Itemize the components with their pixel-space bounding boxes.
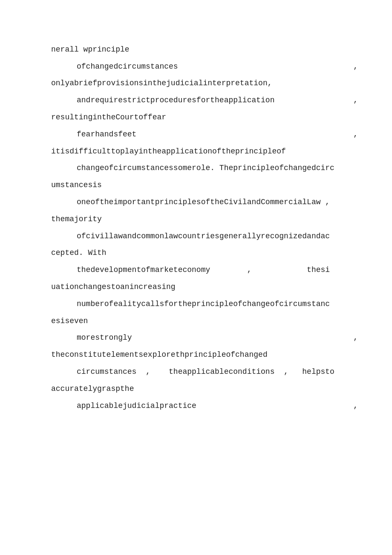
text-line: itisdifficulttoplayintheapplicationofthe…	[51, 144, 358, 160]
line-text-right: ,	[353, 92, 358, 109]
text-line: umstancesis	[51, 177, 358, 194]
line-text-left: morestrongly	[77, 330, 345, 346]
document-content: nerall wprincipleofchangedcircumstances,…	[51, 26, 358, 414]
text-line: numberofealitycallsfortheprincipleofchan…	[51, 296, 358, 312]
text-line: andrequirestrictproceduresfortheapplicat…	[51, 92, 358, 109]
text-line: applicablejudicialpractice,	[51, 398, 358, 414]
text-line: ofchangedcircumstances,	[51, 59, 358, 75]
text-line: uationchangestoanincreasing	[51, 279, 358, 295]
text-line: resultingintheCourtoffear	[51, 110, 358, 126]
text-line: esiseven	[51, 313, 358, 330]
line-text-right: ,	[353, 59, 358, 75]
text-line: themajority	[51, 211, 358, 228]
line-text-right: ,	[353, 330, 358, 346]
text-line: nerall wprinciple	[51, 42, 358, 58]
text-line: cepted. With	[51, 245, 358, 261]
line-text-left: andrequirestrictproceduresfortheapplicat…	[77, 92, 345, 109]
text-line: fearhandsfeet,	[51, 127, 358, 143]
line-text-right: ,	[353, 398, 358, 414]
text-line: morestrongly,	[51, 330, 358, 346]
line-text-left: fearhandsfeet	[77, 127, 345, 143]
text-line: thedevelopmentofmarketeconomy , thesi	[51, 262, 358, 278]
text-line: theconstitutelementsexplorethprincipleof…	[51, 347, 358, 363]
text-line: accuratelygraspthe	[51, 381, 358, 397]
text-line: circumstances , theapplicableconditions …	[51, 364, 358, 380]
text-line: changeofcircumstancessomerole. Theprinci…	[51, 160, 358, 176]
line-text-left: ofchangedcircumstances	[77, 59, 345, 75]
text-line: ofcivillawandcommonlawcountriesgenerally…	[51, 228, 358, 245]
line-text-right: ,	[353, 127, 358, 143]
line-text-left: applicablejudicialpractice	[77, 398, 345, 414]
text-line: onlyabriefprovisionsinthejudicialinterpr…	[51, 75, 358, 92]
text-line: oneoftheimportantprinciplesoftheCiviland…	[51, 194, 358, 211]
